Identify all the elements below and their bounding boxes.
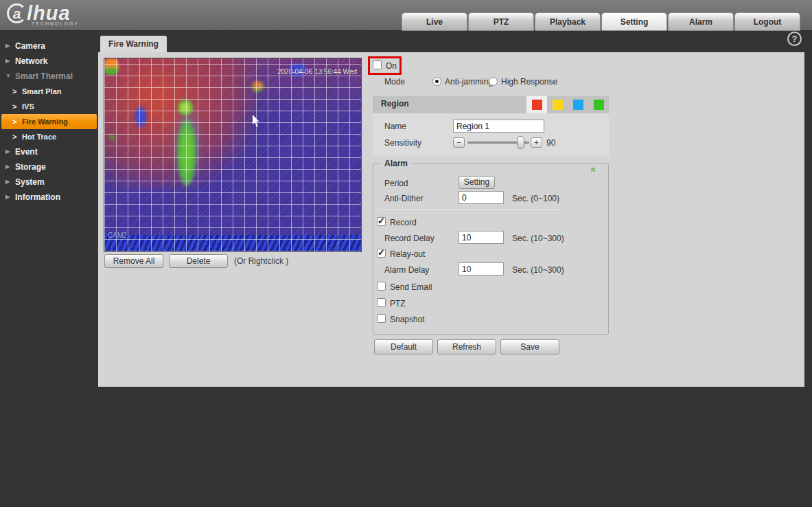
anti-dither-label: Anti-Dither [384, 194, 424, 203]
dahua-web-ui: alhua TECHNOLOGY Live PTZ Playback Setti… [0, 0, 812, 507]
record-delay-input[interactable] [459, 231, 504, 244]
default-button[interactable]: Default [374, 339, 433, 354]
divider [380, 209, 559, 210]
sensitivity-plus-button[interactable]: + [531, 137, 542, 148]
sidebar-item-system[interactable]: ▶ System [0, 174, 98, 190]
yellow-swatch-icon [553, 100, 563, 110]
sidebar-item-label: Camera [15, 41, 45, 51]
remove-all-button[interactable]: Remove All [104, 254, 163, 268]
expand-right-icon: ▶ [5, 38, 10, 54]
chevron-right-icon: > [12, 114, 16, 129]
sidebar-item-event[interactable]: ▶ Event [0, 144, 98, 159]
sensitivity-slider-handle[interactable] [517, 136, 524, 149]
expand-right-icon: ▶ [5, 144, 10, 159]
logo-a-mark: a [7, 3, 27, 23]
osd-camera-label: CAM2 [108, 232, 127, 239]
send-email-checkbox[interactable] [377, 282, 386, 291]
nav-setting-button[interactable]: Setting [601, 12, 667, 31]
on-label: On [386, 61, 397, 71]
sensitivity-minus-button[interactable]: − [453, 137, 465, 148]
period-label: Period [384, 179, 408, 188]
help-icon[interactable]: ? [787, 32, 802, 46]
anti-dither-input[interactable] [459, 191, 504, 204]
sidebar-item-label: System [15, 177, 45, 187]
blue-swatch-icon [573, 100, 583, 110]
top-nav: Live PTZ Playback Setting Alarm Logout [402, 12, 801, 31]
nav-live-button[interactable]: Live [402, 12, 467, 31]
save-button[interactable]: Save [500, 339, 559, 354]
thermal-preview[interactable]: 2020-04-06 13:56:44 Wed CAM2 [104, 58, 362, 252]
sidebar-item-label: Hot Trace [22, 133, 56, 141]
sidebar-item-label: Fire Warning [22, 117, 68, 126]
name-label: Name [384, 122, 406, 131]
snapshot-checkbox[interactable] [377, 314, 386, 323]
region-color-yellow-tab[interactable] [547, 96, 568, 113]
alarm-delay-range: Sec. (10~300) [512, 265, 564, 275]
region-color-red-tab[interactable] [526, 96, 547, 113]
header-bar: alhua TECHNOLOGY Live PTZ Playback Setti… [0, 0, 812, 31]
osd-timestamp: 2020-04-06 13:56:44 Wed [277, 68, 357, 76]
chevron-right-icon: > [12, 99, 16, 114]
sensitivity-value: 90 [546, 138, 555, 148]
sidebar-item-label: Smart Thermal [15, 71, 73, 81]
ptz-checkbox[interactable] [377, 298, 386, 307]
sidebar-item-hot-trace[interactable]: > Hot Trace [0, 129, 98, 144]
rightclick-hint: (Or Rightclick ) [234, 256, 288, 266]
on-checkbox[interactable] [373, 60, 382, 69]
nav-playback-button[interactable]: Playback [535, 12, 601, 31]
sidebar-item-label: Event [15, 147, 38, 157]
ptz-label: PTZ [390, 299, 406, 308]
send-email-label: Send Email [390, 282, 432, 292]
expand-right-icon: ▶ [5, 190, 10, 205]
refresh-button[interactable]: Refresh [437, 339, 496, 354]
sidebar-item-label: Smart Plan [22, 87, 61, 95]
mode-label: Mode [384, 77, 405, 87]
sidebar-item-smart-thermal[interactable]: ▼ Smart Thermal [0, 69, 98, 84]
sidebar-item-fire-warning[interactable]: > Fire Warning [1, 114, 97, 129]
region-color-blue-tab[interactable] [568, 96, 588, 113]
nav-alarm-button[interactable]: Alarm [668, 12, 734, 31]
red-swatch-icon [532, 100, 542, 110]
relay-out-checkbox[interactable] [377, 249, 386, 258]
dahua-logo: alhua TECHNOLOGY [7, 2, 79, 26]
nav-ptz-button[interactable]: PTZ [468, 12, 534, 31]
anti-jamming-radio[interactable] [432, 77, 441, 86]
high-response-radio[interactable] [489, 77, 498, 86]
high-response-label: High Response [501, 77, 557, 87]
expand-right-icon: ▶ [5, 174, 10, 190]
sidebar-item-storage[interactable]: ▶ Storage [0, 159, 98, 174]
alarm-section-title: Alarm [381, 159, 411, 168]
sidebar-item-camera[interactable]: ▶ Camera [0, 38, 98, 54]
region-section-header: Region [373, 96, 609, 113]
anti-dither-range: Sec. (0~100) [512, 194, 559, 203]
logo-subtext: TECHNOLOGY [32, 21, 79, 26]
record-checkbox[interactable] [377, 217, 386, 226]
expand-right-icon: ▶ [5, 159, 10, 174]
tab-fire-warning[interactable]: Fire Warning [100, 36, 167, 53]
sidebar-item-label: IVS [22, 102, 34, 111]
settings-sidebar: ▶ Camera ▶ Network ▼ Smart Thermal > Sma… [0, 31, 98, 205]
sidebar-item-smart-plan[interactable]: > Smart Plan [0, 84, 98, 99]
region-title: Region [381, 99, 409, 109]
alarm-delay-input[interactable] [459, 262, 504, 275]
sidebar-item-label: Information [15, 192, 60, 202]
period-setting-button[interactable]: Setting [459, 176, 495, 189]
expand-down-icon: ▼ [5, 69, 11, 84]
sidebar-item-ivs[interactable]: > IVS [0, 99, 98, 114]
sidebar-item-network[interactable]: ▶ Network [0, 54, 98, 69]
nav-logout-button[interactable]: Logout [734, 12, 800, 31]
delete-button[interactable]: Delete [169, 254, 228, 268]
snapshot-label: Snapshot [390, 315, 425, 324]
sidebar-item-label: Network [15, 56, 47, 66]
alarm-delay-label: Alarm Delay [384, 265, 429, 275]
sidebar-item-information[interactable]: ▶ Information [0, 190, 98, 205]
expand-right-icon: ▶ [5, 54, 10, 69]
anti-jamming-label: Anti-jamming [445, 77, 493, 87]
thermal-grid-overlay [104, 58, 361, 251]
chevron-right-icon: > [12, 84, 16, 99]
region-color-green-tab[interactable] [588, 96, 609, 113]
region-name-input[interactable] [453, 120, 544, 133]
relay-out-label: Relay-out [390, 249, 425, 259]
collapse-chevron-icon[interactable]: » [587, 168, 598, 172]
record-label: Record [390, 218, 417, 227]
